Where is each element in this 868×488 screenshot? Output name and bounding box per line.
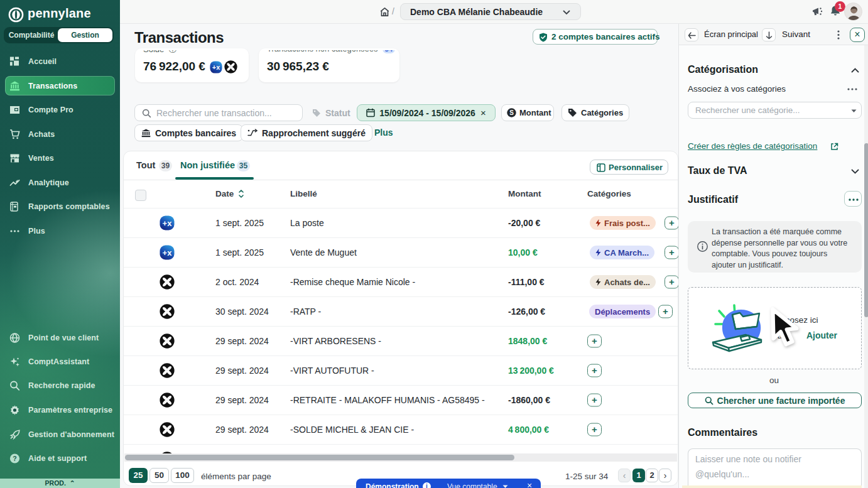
- svg-text:?: ?: [13, 455, 17, 462]
- svg-text:+x: +x: [163, 248, 173, 258]
- svg-text:+x: +x: [212, 63, 220, 71]
- svg-text:S: S: [509, 109, 514, 116]
- svg-text:+x: +x: [163, 219, 173, 228]
